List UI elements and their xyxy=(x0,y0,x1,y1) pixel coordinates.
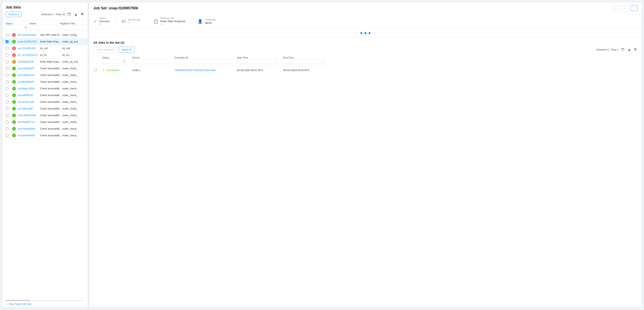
jobs-status-filter[interactable] xyxy=(102,59,126,64)
job-row-checkbox[interactable] xyxy=(94,68,97,71)
next-nav-button[interactable]: → xyxy=(621,5,628,11)
row-checkbox-14[interactable] xyxy=(6,127,8,130)
playbook-info-icon[interactable]: ⓘ xyxy=(160,23,186,26)
table-row[interactable]: ✕ int_int-d76003cf15 int_int int_int xyxy=(2,52,88,59)
row-checkbox-0[interactable] xyxy=(6,34,8,36)
jobs-settings-button[interactable] xyxy=(627,48,631,52)
table-row[interactable]: ! ad-88dba51f9f Node State Snapshot rout… xyxy=(2,59,88,65)
row-playbook-cell: int_int xyxy=(40,54,62,57)
playbook-filter-input[interactable] xyxy=(60,25,88,30)
abort-all-button[interactable]: Abort All xyxy=(119,47,134,53)
dots-prev-button[interactable]: ‹ xyxy=(355,31,358,35)
jobs-execid-filter[interactable] xyxy=(174,59,231,64)
row-checkbox-2[interactable] xyxy=(6,47,8,50)
row-checkbox-11[interactable] xyxy=(6,107,8,110)
row-name-link[interactable]: test-f50d56721c xyxy=(18,121,40,123)
row-name-link[interactable]: test-3ee5d106da xyxy=(18,34,40,36)
prev-nav-button[interactable]: ← xyxy=(612,5,620,11)
row-name-link[interactable]: root-c90062e869 xyxy=(18,114,40,117)
row-name-link[interactable]: test-3b8a6fd0ea xyxy=(18,127,40,130)
scrollbar-thumb[interactable] xyxy=(6,300,30,301)
row-name-link[interactable]: as-fbabcc9af7 xyxy=(18,107,40,110)
table-row[interactable]: ✓ root-c90062e869 Check accessibility ..… xyxy=(2,112,88,119)
row-name-link[interactable]: int_int-d76003cf15 xyxy=(18,54,40,57)
playbook-card-text: PlayBook Title Node State Snapshot ⓘ xyxy=(160,17,186,26)
table-row[interactable]: ✓ ad-b800bf8b9f Check accessibility ... … xyxy=(2,79,88,85)
row-checkbox-13[interactable] xyxy=(6,121,8,123)
row-checkbox-10[interactable] xyxy=(6,101,8,103)
row-name-link[interactable]: ad-88eba7d58c xyxy=(18,87,40,90)
jobs-filter-button[interactable] xyxy=(633,48,638,52)
selected-count: Selected 1 / Total 16 xyxy=(41,13,65,16)
dot-2[interactable] xyxy=(364,32,366,34)
row-playbook-cell: Check accessibility ... xyxy=(40,127,62,130)
row-checkbox-12[interactable] xyxy=(6,114,8,117)
table-row[interactable]: ✓ ad-88eba7d58c Check accessibility ... … xyxy=(2,85,88,92)
row-checkbox-1[interactable] xyxy=(6,40,8,43)
dot-3[interactable] xyxy=(368,32,370,34)
dots-nav: ‹ › xyxy=(89,29,642,38)
refresh-button[interactable] xyxy=(67,12,72,17)
right-panel: Job Set: snap-f2d9857906 ← → ⋯ ✓ Status … xyxy=(89,3,642,307)
row-checkbox-9[interactable] xyxy=(6,94,8,97)
table-row[interactable]: ✓ test-f50d56721c Check accessibility ..… xyxy=(2,119,88,125)
table-row: ✓ Succeeded xrv9k-1 1696504675550-9c6332… xyxy=(93,66,638,74)
jobs-device-filter[interactable] xyxy=(132,59,169,64)
main-container: Job Sets Actions ▾ Selected 1 / Total 16 xyxy=(0,0,644,310)
row-playbook-cell: Check accessibility ... xyxy=(40,101,62,103)
job-starttime-cell: 05-Oct-2023 04:47:55 P... xyxy=(237,69,282,72)
table-row[interactable]: ✓ ad-65f668f78c Check accessibility ... … xyxy=(2,92,88,99)
table-row[interactable]: ✕ test-3ee5d106da Add VRF under BGP... r… xyxy=(2,32,88,38)
row-name-link[interactable]: run-191d85c929 xyxy=(18,47,40,50)
row-checkbox-7[interactable] xyxy=(6,80,8,83)
tags-info-icon[interactable]: ⓘ xyxy=(128,21,140,24)
row-checkbox-4[interactable] xyxy=(6,60,8,63)
row-name-link[interactable]: snap-f2d9857906 xyxy=(18,40,40,43)
more-options-button[interactable]: ⋯ xyxy=(630,5,638,11)
row-id-cell: int_int xyxy=(62,54,84,57)
table-row[interactable]: ✓ ad-ec6eebfa97 Check accessibility ... … xyxy=(2,65,88,72)
row-name-link[interactable]: ad-d37f0c7a96 xyxy=(18,101,40,103)
row-id-cell: router_check_ xyxy=(62,107,84,110)
jobs-starttime-filter[interactable] xyxy=(237,59,278,64)
row-name-link[interactable]: ad-ec6eebfa97 xyxy=(18,67,40,70)
chevron-down-icon: ▾ xyxy=(18,13,19,16)
row-id-cell: router_check_ xyxy=(62,94,84,97)
row-checkbox-3[interactable] xyxy=(6,54,8,57)
table-row[interactable]: ✓ test-de4bf4f409 Check accessibility ..… xyxy=(2,132,88,139)
table-row[interactable]: ✓ test-3b8a6fd0ea Check accessibility ..… xyxy=(2,125,88,132)
table-row[interactable]: ✓ snap-f2d9857906 Node State Snapshot ro… xyxy=(2,38,88,45)
left-footer: → View Failed Job Sets xyxy=(2,298,88,307)
jobs-toolbar-left: Abort Selected Abort All xyxy=(93,47,135,53)
row-name-link[interactable]: ad-88dba51f9f xyxy=(18,60,40,63)
actions-button[interactable]: Actions ▾ xyxy=(6,12,22,17)
row-checkbox-6[interactable] xyxy=(6,74,8,77)
status-info-icon[interactable]: ⓘ xyxy=(100,23,109,26)
row-id-cell: router_check_ xyxy=(62,101,84,103)
job-execid-link[interactable]: 1696504675550-9c6332a8-d264-46ac- xyxy=(174,69,217,72)
table-row[interactable]: ✓ as-fbabcc9af7 Check accessibility ... … xyxy=(2,105,88,112)
abort-selected-button[interactable]: Abort Selected xyxy=(93,47,117,53)
table-row[interactable]: ✕ run-191d85c929 int_coll int_coll xyxy=(2,45,88,52)
jobs-refresh-button[interactable] xyxy=(621,48,625,52)
table-row[interactable]: ✓ ad-d37f0c7a96 Check accessibility ... … xyxy=(2,99,88,105)
dot-1[interactable] xyxy=(360,32,362,34)
settings-button[interactable] xyxy=(74,12,78,17)
row-name-link[interactable]: test-de4bf4f409 xyxy=(18,134,40,137)
dots-next-button[interactable]: › xyxy=(372,31,376,35)
row-status-icon: ✓ xyxy=(12,93,16,97)
view-failed-link[interactable]: → View Failed Job Sets xyxy=(6,303,84,305)
name-filter-input[interactable] xyxy=(30,25,58,30)
row-checkbox-8[interactable] xyxy=(6,87,8,90)
table-row[interactable]: ✓ pol-5302b6ccf0 Check accessibility ...… xyxy=(2,72,88,79)
row-name-link[interactable]: pol-5302b6ccf0 xyxy=(18,74,40,77)
job-device-cell: xrv9k-1 xyxy=(132,69,173,72)
row-name-link[interactable]: ad-b800bf8b9f xyxy=(18,80,40,83)
row-checkbox-5[interactable] xyxy=(6,67,8,70)
jobs-endtime-filter[interactable] xyxy=(283,59,324,64)
row-checkbox-15[interactable] xyxy=(6,134,8,137)
filter-button[interactable] xyxy=(80,12,84,17)
row-name-link[interactable]: ad-65f668f78c xyxy=(18,94,40,97)
playbook-filter-group: PlayBook Title xyxy=(60,22,88,30)
status-filter-select[interactable] xyxy=(6,25,28,30)
